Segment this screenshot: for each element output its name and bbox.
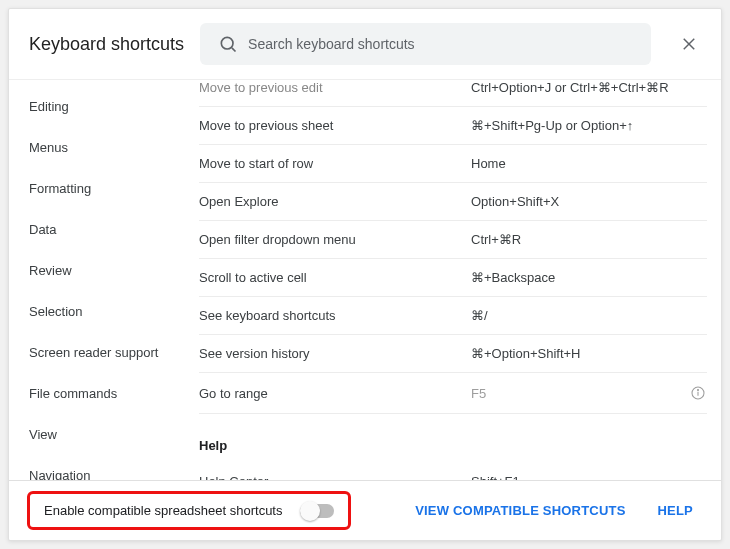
sidebar-item-label: View	[29, 427, 57, 442]
help-button[interactable]: HELP	[648, 495, 703, 526]
search-container[interactable]	[200, 23, 651, 65]
sidebar-item-formatting[interactable]: Formatting	[9, 168, 187, 209]
sidebar-item-label: Formatting	[29, 181, 91, 196]
keyboard-shortcuts-dialog: Keyboard shortcuts Editing Menus Formatt…	[8, 8, 722, 541]
shortcut-action: Open filter dropdown menu	[199, 232, 471, 247]
close-button[interactable]	[675, 30, 703, 58]
category-sidebar[interactable]: Editing Menus Formatting Data Review Sel…	[9, 80, 187, 480]
shortcut-row: Move to previous sheet ⌘+Shift+Pg-Up or …	[199, 107, 707, 145]
shortcut-keys: Ctrl+Option+J or Ctrl+⌘+Ctrl+⌘R	[471, 80, 707, 95]
sidebar-item-label: Review	[29, 263, 72, 278]
view-compatible-button[interactable]: VIEW COMPATIBLE SHORTCUTS	[405, 495, 635, 526]
search-icon	[218, 34, 238, 54]
compat-toggle-label: Enable compatible spreadsheet shortcuts	[44, 503, 282, 518]
shortcut-row: See keyboard shortcuts ⌘/	[199, 297, 707, 335]
shortcut-keys: ⌘+Option+Shift+H	[471, 346, 707, 361]
sidebar-item-screen-reader[interactable]: Screen reader support	[9, 332, 187, 373]
shortcut-keys: Ctrl+⌘R	[471, 232, 707, 247]
shortcut-keys: ⌘/	[471, 308, 707, 323]
dialog-body: Editing Menus Formatting Data Review Sel…	[9, 80, 721, 480]
svg-line-1	[232, 48, 236, 52]
shortcut-row: See version history ⌘+Option+Shift+H	[199, 335, 707, 373]
shortcut-row: Scroll to active cell ⌘+Backspace	[199, 259, 707, 297]
svg-point-0	[221, 37, 233, 49]
info-icon[interactable]	[689, 384, 707, 402]
sidebar-item-label: Editing	[29, 99, 69, 114]
shortcut-row: Help Center Shift+F1	[199, 463, 707, 480]
shortcut-keys: F5	[471, 386, 689, 401]
shortcut-action: Scroll to active cell	[199, 270, 471, 285]
search-input[interactable]	[248, 36, 643, 52]
sidebar-item-label: Menus	[29, 140, 68, 155]
shortcut-row: Move to previous edit Ctrl+Option+J or C…	[199, 80, 707, 107]
sidebar-item-view[interactable]: View	[9, 414, 187, 455]
sidebar-item-label: File commands	[29, 386, 117, 401]
shortcut-keys: Shift+F1	[471, 474, 707, 480]
shortcut-action: Move to start of row	[199, 156, 471, 171]
sidebar-item-navigation[interactable]: Navigation	[9, 455, 187, 480]
sidebar-item-review[interactable]: Review	[9, 250, 187, 291]
compat-toggle[interactable]	[300, 504, 334, 518]
section-heading-help: Help	[199, 414, 707, 463]
shortcut-action: Help Center	[199, 474, 471, 480]
shortcut-action: See keyboard shortcuts	[199, 308, 471, 323]
dialog-footer: Enable compatible spreadsheet shortcuts …	[9, 480, 721, 540]
svg-point-6	[697, 389, 698, 390]
dialog-header: Keyboard shortcuts	[9, 9, 721, 80]
shortcut-action: Open Explore	[199, 194, 471, 209]
sidebar-item-label: Screen reader support	[29, 345, 158, 360]
shortcut-keys: Option+Shift+X	[471, 194, 707, 209]
sidebar-item-label: Data	[29, 222, 56, 237]
shortcuts-list[interactable]: Move to previous edit Ctrl+Option+J or C…	[187, 80, 721, 480]
highlight-annotation: Enable compatible spreadsheet shortcuts	[27, 491, 351, 530]
sidebar-item-editing[interactable]: Editing	[9, 86, 187, 127]
shortcut-row: Move to start of row Home	[199, 145, 707, 183]
sidebar-item-label: Selection	[29, 304, 82, 319]
sidebar-item-file-commands[interactable]: File commands	[9, 373, 187, 414]
sidebar-item-label: Navigation	[29, 468, 90, 480]
shortcut-keys: ⌘+Shift+Pg-Up or Option+↑	[471, 118, 707, 133]
shortcut-row: Open Explore Option+Shift+X	[199, 183, 707, 221]
shortcut-action: Move to previous sheet	[199, 118, 471, 133]
shortcut-action: Go to range	[199, 386, 471, 401]
shortcut-action: See version history	[199, 346, 471, 361]
sidebar-item-data[interactable]: Data	[9, 209, 187, 250]
shortcut-keys: ⌘+Backspace	[471, 270, 707, 285]
dialog-title: Keyboard shortcuts	[29, 34, 184, 55]
sidebar-item-selection[interactable]: Selection	[9, 291, 187, 332]
shortcut-row: Go to range F5	[199, 373, 707, 414]
sidebar-item-menus[interactable]: Menus	[9, 127, 187, 168]
shortcut-keys: Home	[471, 156, 707, 171]
shortcut-row: Open filter dropdown menu Ctrl+⌘R	[199, 221, 707, 259]
shortcut-action: Move to previous edit	[199, 80, 471, 95]
